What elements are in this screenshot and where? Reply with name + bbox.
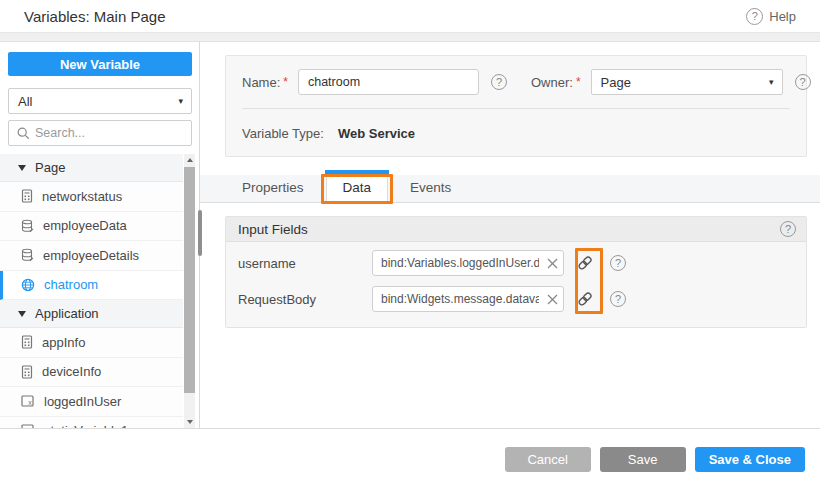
scrollbar-thumb[interactable] bbox=[184, 167, 195, 393]
tree-group-label: Page bbox=[35, 160, 65, 175]
tree-group-label: Application bbox=[35, 306, 99, 321]
editor-tabbar: Properties Data Events bbox=[200, 175, 820, 203]
name-field[interactable] bbox=[298, 69, 479, 95]
cancel-button[interactable]: Cancel bbox=[505, 447, 591, 472]
input-fields-body: username RequestBody bbox=[226, 242, 806, 327]
scroll-down-arrow-icon[interactable] bbox=[184, 416, 195, 428]
required-asterisk: * bbox=[576, 75, 581, 89]
device-icon bbox=[21, 365, 33, 379]
new-variable-button[interactable]: New Variable bbox=[8, 52, 192, 76]
sidebar-item-label: chatroom bbox=[44, 277, 98, 292]
sidebar-item-employeedata[interactable]: employeeData bbox=[0, 212, 183, 242]
sidebar-item-loggedinuser[interactable]: x loggedInUser bbox=[0, 387, 183, 417]
tree-group-page[interactable]: Page bbox=[0, 154, 183, 182]
search-input[interactable] bbox=[9, 121, 191, 145]
bind-field-label: username bbox=[238, 256, 372, 271]
caret-down-icon bbox=[18, 165, 26, 171]
owner-select[interactable]: Page bbox=[591, 69, 783, 95]
static-variable-icon: x bbox=[21, 395, 35, 408]
caret-down-icon bbox=[18, 311, 26, 317]
tab-data-label: Data bbox=[343, 180, 372, 195]
input-fields-help-icon[interactable] bbox=[780, 221, 796, 237]
scroll-up-arrow-icon[interactable] bbox=[184, 154, 195, 166]
bind-field-label: RequestBody bbox=[238, 292, 372, 307]
search-icon bbox=[16, 126, 31, 141]
globe-icon bbox=[21, 278, 35, 292]
username-bind-input[interactable] bbox=[372, 250, 564, 276]
chevron-down-icon bbox=[769, 77, 774, 87]
chevron-down-icon bbox=[178, 96, 183, 106]
form-divider bbox=[242, 108, 790, 109]
tab-data-active[interactable]: Data bbox=[326, 175, 389, 202]
sidebar-item-label: loggedInUser bbox=[44, 394, 121, 409]
tree-group-application[interactable]: Application bbox=[0, 300, 183, 328]
input-fields-header: Input Fields bbox=[226, 217, 806, 242]
owner-value: Page bbox=[601, 75, 631, 90]
variables-sidebar: New Variable All Page bbox=[0, 42, 200, 428]
owner-help-icon[interactable] bbox=[795, 74, 811, 90]
sidebar-scrollbar[interactable] bbox=[184, 154, 195, 428]
database-icon bbox=[21, 248, 34, 262]
variable-summary-panel: Name:* Owner:* Page Variable Type: bbox=[225, 55, 807, 157]
variable-type-value: Web Service bbox=[338, 126, 415, 141]
svg-text:x: x bbox=[28, 399, 32, 406]
bind-row-requestbody: RequestBody bbox=[238, 281, 794, 317]
owner-label: Owner: bbox=[531, 75, 573, 90]
sidebar-item-staticvariable1[interactable]: x staticVariable1 bbox=[0, 417, 183, 429]
sidebar-item-appinfo[interactable]: appInfo bbox=[0, 328, 183, 358]
sidebar-item-deviceinfo[interactable]: deviceInfo bbox=[0, 358, 183, 388]
variable-type-label: Variable Type: bbox=[242, 126, 324, 141]
username-help-icon[interactable] bbox=[610, 255, 626, 271]
tab-properties[interactable]: Properties bbox=[230, 175, 316, 202]
dialog-header: Variables: Main Page Help bbox=[0, 0, 820, 32]
header-divider-band bbox=[0, 32, 820, 42]
bind-row-username: username bbox=[238, 245, 794, 281]
clear-x-icon[interactable] bbox=[544, 255, 560, 271]
name-label: Name: bbox=[242, 75, 280, 90]
requestbody-help-icon[interactable] bbox=[610, 291, 626, 307]
sidebar-item-label: appInfo bbox=[42, 335, 85, 350]
save-button[interactable]: Save bbox=[600, 447, 686, 472]
variable-filter-value: All bbox=[18, 94, 32, 109]
input-fields-section: Input Fields username bbox=[225, 216, 807, 328]
page-scrollbar-thumb[interactable] bbox=[198, 210, 202, 256]
sidebar-item-label: employeeData bbox=[43, 218, 127, 233]
help-circle-icon bbox=[746, 8, 763, 25]
link-icon[interactable] bbox=[576, 252, 594, 274]
variable-search bbox=[8, 120, 192, 146]
sidebar-item-employeedetails[interactable]: employeeDetails bbox=[0, 241, 183, 271]
requestbody-bind-input[interactable] bbox=[372, 286, 564, 312]
variable-tree: Page networkstatus employeeData bbox=[0, 154, 199, 428]
page-title: Variables: Main Page bbox=[24, 8, 165, 25]
dialog-footer: Cancel Save Save & Close bbox=[0, 428, 820, 489]
device-icon bbox=[21, 189, 33, 203]
clear-x-icon[interactable] bbox=[544, 291, 560, 307]
save-and-close-button[interactable]: Save & Close bbox=[695, 447, 805, 472]
link-icon[interactable] bbox=[576, 288, 594, 310]
tab-events[interactable]: Events bbox=[398, 175, 463, 202]
sidebar-item-label: staticVariable1 bbox=[44, 423, 128, 428]
variables-dialog: Variables: Main Page Help New Variable A… bbox=[0, 0, 820, 489]
bind-input-wrap bbox=[372, 250, 564, 276]
help-button[interactable]: Help bbox=[746, 8, 796, 25]
sidebar-item-networkstatus[interactable]: networkstatus bbox=[0, 182, 183, 212]
variable-filter-select[interactable]: All bbox=[8, 88, 192, 114]
static-variable-icon: x bbox=[21, 424, 35, 428]
active-tab-indicator bbox=[325, 170, 390, 175]
device-icon bbox=[21, 335, 33, 349]
bind-input-wrap bbox=[372, 286, 564, 312]
variable-editor-panel: Name:* Owner:* Page Variable Type: bbox=[200, 42, 820, 428]
name-help-icon[interactable] bbox=[491, 74, 507, 90]
sidebar-item-label: deviceInfo bbox=[42, 364, 101, 379]
help-label: Help bbox=[769, 9, 796, 24]
sidebar-item-label: employeeDetails bbox=[43, 248, 139, 263]
required-asterisk: * bbox=[283, 75, 288, 89]
sidebar-item-chatroom-selected[interactable]: chatroom bbox=[0, 271, 183, 301]
sidebar-item-label: networkstatus bbox=[42, 189, 122, 204]
database-icon bbox=[21, 219, 34, 233]
input-fields-title: Input Fields bbox=[238, 222, 308, 237]
